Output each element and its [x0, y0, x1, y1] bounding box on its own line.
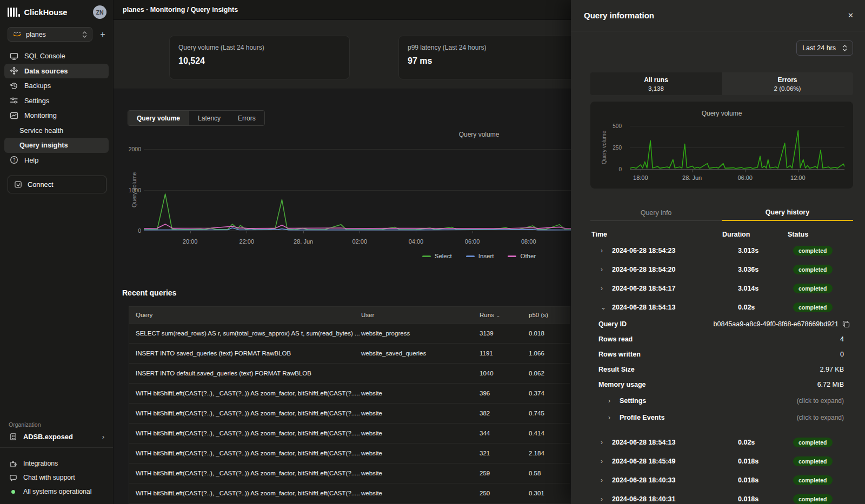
sidebar-item-integrations[interactable]: Integrations: [0, 456, 113, 471]
table-row[interactable]: INSERT INTO default.saved_queries (text)…: [129, 364, 570, 384]
y-tick-label: 250: [613, 145, 622, 151]
query-volume-stat-card: Query volume (Last 24 hours) 10,524: [169, 36, 350, 79]
status-badge: completed: [793, 265, 833, 274]
expand-chevron-icon[interactable]: ›: [601, 495, 612, 503]
panel-body: Last 24 hrs All runs 3,138 Errors 2 (0.0…: [571, 31, 865, 504]
sidebar-item-label: SQL Console: [24, 52, 65, 60]
sidebar-item-query-insights[interactable]: Query insights: [4, 138, 109, 153]
history-time: 2024-06-28 18:54:13: [612, 439, 722, 446]
expand-chevron-icon[interactable]: ›: [608, 397, 620, 405]
history-row[interactable]: › 2024-06-28 18:40:33 0.018s completed: [590, 471, 853, 489]
sidebar-item-backups[interactable]: Backups: [4, 78, 109, 93]
column-header-query[interactable]: Query: [129, 312, 361, 318]
history-status: completed: [788, 475, 853, 485]
mini-x-axis-tick-labels: 18:0028. Jun06:0012:00: [630, 174, 844, 182]
x-tick-label: 28. Jun: [682, 174, 702, 181]
add-service-button[interactable]: +: [98, 30, 108, 39]
p50-cell: 0.301: [529, 490, 570, 496]
backups-icon: [10, 82, 18, 90]
panel-header: Query information ✕: [571, 0, 865, 31]
expand-chevron-icon[interactable]: ›: [601, 458, 612, 465]
sidebar-item-service-health[interactable]: Service health: [4, 123, 109, 138]
connect-button[interactable]: Connect: [8, 176, 107, 193]
column-header-runs[interactable]: Runs⌄: [480, 312, 529, 318]
time-range-dropdown[interactable]: Last 24 hrs: [796, 41, 853, 56]
expand-chevron-icon[interactable]: ›: [601, 247, 612, 254]
sidebar-item-sql-console[interactable]: SQL Console: [4, 49, 109, 64]
sidebar-item-label: Backups: [24, 82, 51, 90]
table-row[interactable]: INSERT INTO saved_queries (text) FORMAT …: [129, 344, 570, 364]
table-row[interactable]: SELECT sum(read_rows) AS r, sum(total_ro…: [129, 324, 570, 344]
sidebar-item-monitoring[interactable]: Monitoring: [4, 108, 109, 123]
history-time: 2024-06-28 18:54:23: [612, 247, 722, 254]
chart-tab[interactable]: Query volume: [128, 111, 189, 125]
query-cell: INSERT INTO default.saved_queries (text)…: [129, 370, 361, 377]
table-row[interactable]: WITH bitShiftLeft(CAST(?..), _CAST(?..))…: [129, 483, 570, 503]
expand-chevron-icon[interactable]: ›: [601, 439, 612, 446]
sidebar-item-chat-support[interactable]: Chat with support: [0, 471, 113, 485]
expand-chevron-icon[interactable]: ›: [608, 414, 620, 421]
service-select[interactable]: planes: [8, 27, 92, 42]
expand-chevron-icon[interactable]: ›: [601, 476, 612, 484]
expand-chevron-icon[interactable]: ›: [601, 285, 612, 292]
column-header-user[interactable]: User: [361, 312, 480, 318]
sidebar-item-settings[interactable]: Settings: [4, 93, 109, 109]
status-badge: completed: [793, 303, 833, 312]
sidebar-header: ClickHouse ZN: [0, 0, 113, 21]
sidebar-item-help[interactable]: ? Help: [4, 153, 109, 168]
history-row[interactable]: ⌄ 2024-06-28 18:54:13 0.02s completed: [590, 298, 853, 317]
connect-icon: [14, 180, 22, 189]
query-cell: WITH bitShiftLeft(CAST(?..), _CAST(?..))…: [129, 410, 361, 416]
errors-segment[interactable]: Errors 2 (0.06%): [722, 72, 853, 95]
history-time: 2024-06-28 18:40:31: [612, 495, 722, 503]
copy-icon[interactable]: [842, 320, 850, 328]
mini-chart-title: Query volume: [590, 110, 853, 117]
all-runs-segment[interactable]: All runs 3,138: [590, 72, 722, 95]
history-row[interactable]: › 2024-06-28 18:54:20 3.036s completed: [590, 260, 853, 279]
history-row[interactable]: › 2024-06-28 18:54:17 3.014s completed: [590, 279, 853, 298]
expand-chevron-icon[interactable]: ›: [601, 266, 612, 273]
table-row[interactable]: WITH bitShiftLeft(CAST(?..), _CAST(?..))…: [129, 424, 570, 443]
system-status-row[interactable]: All systems operational: [0, 485, 113, 504]
status-badge: completed: [793, 438, 833, 447]
user-cell: website: [361, 430, 480, 436]
history-row[interactable]: › 2024-06-28 18:40:31 0.018s completed: [590, 489, 853, 504]
expand-chevron-icon[interactable]: ⌄: [601, 304, 612, 311]
history-row[interactable]: › 2024-06-28 18:54:23 3.013s completed: [590, 241, 853, 260]
avatar[interactable]: ZN: [93, 5, 107, 19]
column-header-p50[interactable]: p50 (s): [529, 312, 570, 318]
system-status-label: All systems operational: [23, 488, 91, 495]
table-row[interactable]: WITH bitShiftLeft(CAST(?..), _CAST(?..))…: [129, 384, 570, 404]
history-row[interactable]: › 2024-06-28 18:45:49 0.018s completed: [590, 452, 853, 471]
sidebar-item-data-sources[interactable]: Data sources: [4, 64, 109, 79]
service-selector-row: planes +: [8, 27, 108, 42]
status-badge: completed: [793, 456, 833, 466]
organization-row[interactable]: ADSB.exposed ›: [9, 433, 104, 441]
history-row[interactable]: › 2024-06-28 18:54:13 0.02s completed: [590, 433, 853, 452]
history-time: 2024-06-28 18:54:20: [612, 266, 722, 273]
expandable-row[interactable]: › Profile Events (click to expand): [590, 409, 853, 426]
table-row[interactable]: WITH bitShiftLeft(CAST(?..), _CAST(?..))…: [129, 404, 570, 424]
table-row[interactable]: WITH bitShiftLeft(CAST(?..), _CAST(?..))…: [129, 463, 570, 483]
history-duration: 0.018s: [722, 458, 788, 465]
table-row[interactable]: WITH bitShiftLeft(CAST(?..), _CAST(?..))…: [129, 443, 570, 463]
runs-cell: 321: [480, 450, 529, 456]
p50-cell: 0.58: [529, 470, 570, 476]
chart-tab[interactable]: Latency: [189, 111, 229, 125]
panel-tab-label: Query info: [641, 209, 672, 217]
expandable-label: Settings: [620, 397, 646, 405]
close-icon[interactable]: ✕: [848, 11, 854, 19]
sql-console-icon: [10, 52, 18, 61]
y-axis-tick-labels: 010002000: [127, 149, 141, 231]
panel-tab[interactable]: Query history: [722, 205, 853, 221]
runs-cell: 382: [480, 410, 529, 416]
user-cell: website_progress: [361, 330, 480, 337]
chart-tab[interactable]: Errors: [229, 111, 264, 125]
expandable-row[interactable]: › Settings (click to expand): [590, 392, 853, 409]
panel-tab[interactable]: Query info: [590, 205, 722, 221]
runs-errors-toggle: All runs 3,138 Errors 2 (0.06%): [590, 72, 853, 95]
sidebar-item-label: Settings: [24, 97, 49, 105]
history-status: completed: [788, 265, 853, 274]
legend-item: Other: [508, 253, 536, 259]
detail-value: 0: [840, 351, 844, 358]
